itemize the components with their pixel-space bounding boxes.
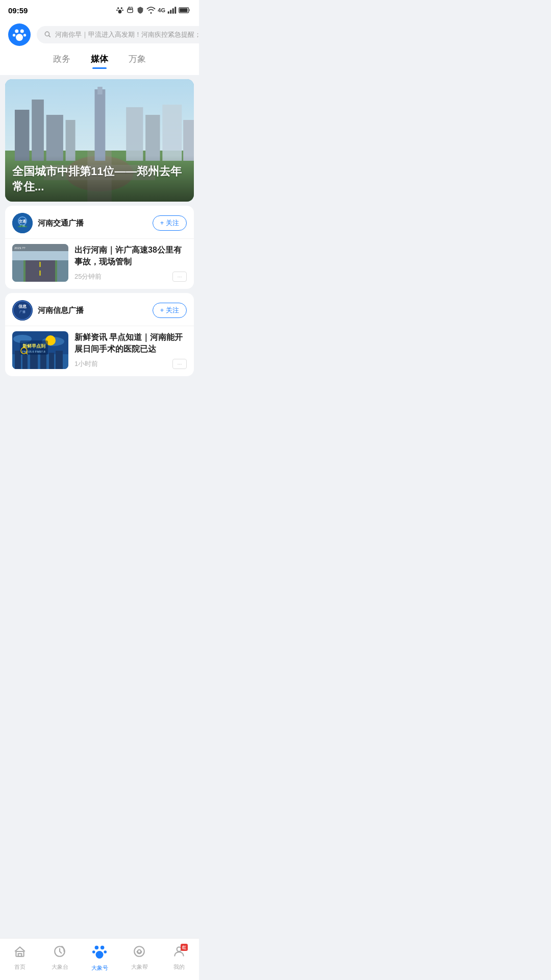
search-icon [44,31,51,39]
svg-point-17 [45,32,49,36]
bottom-nav: 首页 大象台 大象号 [0,938,199,980]
tab-zhengwu[interactable]: 政务 [53,53,70,69]
svg-point-0 [117,7,119,9]
nav-daxtai[interactable]: 大象台 [44,945,75,971]
svg-point-2 [116,10,118,11]
tab-bar: 政务 媒体 万象 [0,53,199,75]
search-bar[interactable]: 河南你早｜甲流进入高发期！河南疾控紧急提醒；... [37,26,199,43]
daxianghao-icon [92,944,107,962]
news-thumb-2: 新鲜早点到 FM105.6 FM97.8 [12,331,68,369]
news-content-2: 新鲜资讯 早点知道｜河南能开展日间手术的医院已达 1小时前 ··· [74,331,187,369]
station-card-2: 信息 广播 河南信息广播 + 关注 [5,293,194,376]
svg-point-79 [138,950,141,953]
mine-badge: 红 [181,944,188,951]
svg-point-75 [92,950,95,953]
station-name-2: 河南信息广播 [38,306,84,315]
svg-point-36 [12,213,33,233]
tab-wanxiang[interactable]: 万象 [129,53,146,69]
nav-mine[interactable]: 红 我的 [164,945,194,971]
station-info-1: 交通 广播 河南交通广播 [12,213,84,233]
svg-rect-46 [55,259,57,282]
station-info-2: 信息 广播 河南信息广播 [12,300,84,321]
news-time-1: 25分钟前 [74,272,102,281]
svg-point-77 [96,951,104,959]
svg-point-1 [121,7,122,9]
svg-rect-44 [39,271,41,276]
battery-icon [179,7,191,14]
nav-home[interactable]: 首页 [5,945,35,971]
news-thumb-1: 2023.?? [12,244,68,282]
daxiangtai-icon [53,945,66,961]
station-name-1: 河南交通广播 [38,218,84,228]
news-thumb-broadcast-image: 新鲜早点到 FM105.6 FM97.8 [12,331,68,369]
station-header-2: 信息 广播 河南信息广播 + 关注 [5,293,194,326]
nav-daxiangtai-label: 大象台 [52,963,68,971]
signal-icon [167,7,177,14]
svg-point-16 [16,34,23,41]
svg-text:信息: 信息 [18,304,27,309]
wifi-icon [146,7,156,14]
svg-point-3 [122,10,124,11]
status-bar: 09:59 4G [0,0,199,18]
svg-rect-45 [23,259,26,282]
more-button-1[interactable]: ··· [172,272,187,282]
news-item-2[interactable]: 新鲜早点到 FM105.6 FM97.8 新鲜资讯 早点知道｜河南能开展日间手术… [5,326,194,376]
network-badge: 4G [158,7,165,13]
tab-meiti[interactable]: 媒体 [91,53,108,69]
news-time-2: 1小时前 [74,359,98,369]
hero-title: 全国城市中排第11位——郑州去年常住... [12,164,187,194]
svg-text:交通: 交通 [19,219,27,224]
svg-point-12 [15,30,18,33]
svg-text:广播: 广播 [19,310,26,313]
info-radio-logo: 信息 广播 [12,300,33,321]
nav-daxiangbang-label: 大象帮 [131,963,148,971]
news-content-1: 出行河南｜许广高速38公里有事故，现场管制 25分钟前 ··· [74,244,187,282]
paw-logo-icon [12,28,27,42]
header: 河南你早｜甲流进入高发期！河南疾控紧急提醒；... [0,18,199,53]
svg-rect-43 [39,262,41,267]
news-meta-1: 25分钟前 ··· [74,272,187,282]
svg-point-74 [101,946,105,950]
svg-rect-64 [56,351,63,369]
mine-icon: 红 [172,945,186,961]
station-avatar-2: 信息 广播 [12,300,33,321]
daxiangbang-icon [133,945,146,961]
status-paw-icon [116,6,124,14]
nav-home-label: 首页 [14,963,26,971]
svg-rect-9 [174,7,176,14]
hero-banner[interactable]: 全国城市中排第11位——郑州去年常住... [5,79,194,202]
svg-point-14 [13,34,15,36]
svg-point-15 [23,34,26,36]
more-button-2[interactable]: ··· [172,359,187,369]
svg-text:FM105.6  FM97.8: FM105.6 FM97.8 [22,350,45,353]
status-shield-icon [136,6,144,14]
svg-rect-7 [170,10,171,14]
station-header-1: 交通 广播 河南交通广播 + 关注 [5,206,194,238]
app-logo[interactable] [8,23,31,46]
search-placeholder: 河南你早｜甲流进入高发期！河南疾控紧急提醒；... [55,30,199,39]
status-hand-icon [126,6,134,14]
status-icons: 4G [116,6,191,14]
station-card-1: 交通 广播 河南交通广播 + 关注 [5,206,194,289]
news-thumb-road-image: 2023.?? [12,244,68,282]
svg-rect-11 [180,8,187,12]
svg-point-78 [134,946,144,957]
nav-mine-label: 我的 [173,963,185,971]
home-icon [13,945,27,961]
svg-rect-71 [18,953,22,956]
news-meta-2: 1小时前 ··· [74,359,187,369]
follow-button-1[interactable]: + 关注 [153,215,187,231]
svg-rect-8 [172,8,174,14]
traffic-radio-logo: 交通 广播 [12,213,33,233]
nav-daxianghao-label: 大象号 [91,964,108,972]
news-item-1[interactable]: 2023.?? 出行河南｜许广高速38公里有事故，现场管制 25分钟前 ··· [5,238,194,289]
nav-daxianghao[interactable]: 大象号 [84,944,115,972]
svg-point-76 [104,950,107,953]
station-avatar-1: 交通 广播 [12,213,33,233]
svg-point-13 [20,30,24,33]
news-title-2: 新鲜资讯 早点知道｜河南能开展日间手术的医院已达 [74,331,187,355]
nav-daxiangbang[interactable]: 大象帮 [124,945,155,971]
svg-rect-63 [49,353,54,369]
hero-overlay: 全国城市中排第11位——郑州去年常住... [5,156,194,202]
follow-button-2[interactable]: + 关注 [153,303,187,318]
